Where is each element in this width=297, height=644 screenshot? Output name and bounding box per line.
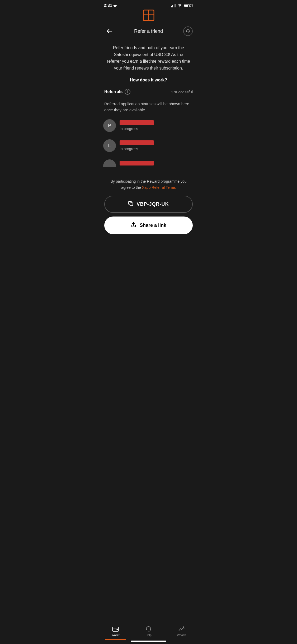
referral-list: P In progress L In progress [99, 119, 198, 167]
logo-container [99, 7, 198, 23]
battery-container: 74 [184, 4, 193, 7]
avatar-partial [103, 159, 116, 167]
referral-info [120, 161, 154, 165]
referral-info: In progress [120, 140, 154, 151]
copy-icon-svg [128, 201, 133, 206]
svg-rect-2 [172, 5, 173, 7]
share-icon-svg [131, 222, 136, 228]
svg-rect-9 [130, 203, 133, 206]
description-text: Refer friends and both of you earn the S… [99, 42, 198, 77]
referrals-header: Referrals i 1 successful [99, 89, 198, 99]
svg-rect-1 [171, 6, 172, 7]
how-link-container: How does it work? [99, 77, 198, 89]
page-title: Refer a friend [134, 29, 163, 34]
how-it-works-link[interactable]: How does it work? [130, 78, 167, 82]
terms-link[interactable]: Xapo Referral Terms [142, 185, 176, 190]
share-icon [131, 222, 136, 229]
referral-info: In progress [120, 120, 154, 131]
share-button[interactable]: Share a link [104, 217, 193, 234]
status-note: Referred application statuses will be sh… [99, 99, 198, 119]
status-time: 2:31 [104, 3, 112, 8]
avatar-p: P [103, 119, 116, 132]
svg-rect-4 [175, 4, 176, 7]
header: Refer a friend [99, 26, 198, 42]
signal-icon [171, 4, 176, 7]
location-icon [113, 4, 117, 7]
terms-text: By participating in the Reward programme… [99, 174, 198, 196]
svg-marker-0 [113, 4, 117, 7]
referrals-label: Referrals [104, 89, 122, 94]
headset-icon [186, 29, 190, 34]
referral-code-text: VBP-JQR-UK [136, 201, 169, 207]
svg-point-5 [179, 7, 180, 7]
referral-item-partial [103, 159, 194, 167]
help-button[interactable] [183, 26, 193, 36]
referral-code-button[interactable]: VBP-JQR-UK [104, 196, 193, 213]
name-redacted-bar [120, 120, 154, 125]
referrals-count: 1 successful [171, 90, 193, 94]
referral-item: L In progress [103, 139, 194, 152]
name-redacted-bar [120, 140, 154, 145]
referral-status: In progress [120, 147, 154, 151]
referrals-left: Referrals i [104, 89, 130, 95]
name-redacted-bar [120, 161, 154, 165]
wifi-icon [177, 4, 182, 7]
referral-status: In progress [120, 127, 154, 131]
info-icon-button[interactable]: i [125, 89, 130, 95]
svg-rect-3 [174, 4, 175, 7]
back-arrow-icon [107, 29, 112, 34]
back-button[interactable] [104, 26, 115, 36]
share-button-label: Share a link [140, 223, 166, 228]
referral-item: P In progress [103, 119, 194, 132]
battery-icon [184, 4, 190, 7]
status-icons: 74 [171, 4, 193, 7]
copy-icon [128, 201, 133, 208]
avatar-l: L [103, 139, 116, 152]
battery-level: 74 [190, 4, 193, 7]
xapo-logo [141, 7, 157, 23]
